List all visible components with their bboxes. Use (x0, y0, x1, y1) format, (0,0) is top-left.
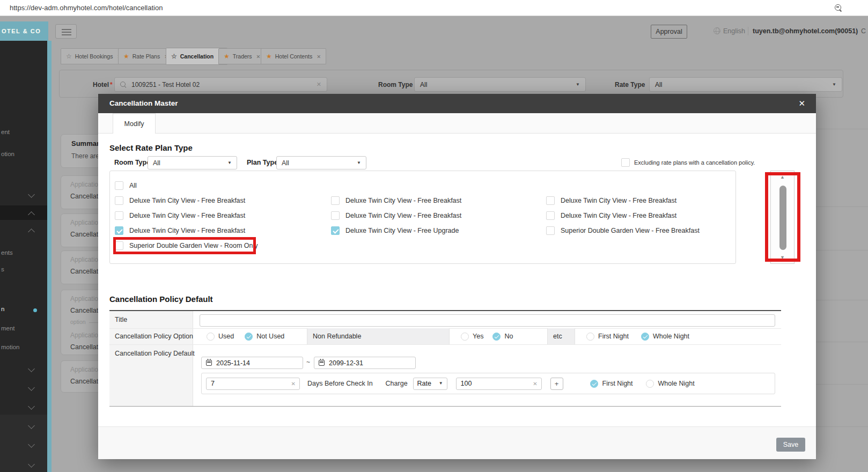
save-button[interactable]: Save (776, 438, 805, 452)
chevron-down-icon: ▼ (357, 161, 361, 165)
rate-plan-row[interactable]: Superior Double Garden View - Free Break… (546, 223, 700, 238)
card-edge (816, 426, 868, 427)
rate-plan-row[interactable]: All (115, 178, 258, 193)
sidebar-item[interactable]: motion (1, 344, 20, 350)
tab-hotel-bookings[interactable]: ☆ Hotel Bookings ✕ (61, 48, 127, 64)
chevron-down-icon[interactable] (28, 191, 35, 198)
charge-value-input[interactable]: 100 ✕ (456, 378, 542, 390)
sidebar-item[interactable]: otion (1, 151, 14, 157)
tab-hotel-contents[interactable]: ★ Hotel Contents ✕ (261, 48, 326, 64)
rate-plan-row[interactable]: Deluxe Twin City View - Free Breakfast (331, 193, 461, 208)
date-from-input[interactable]: 2025-11-14 (201, 357, 303, 369)
radio-first-night[interactable] (586, 333, 594, 341)
rate-plan-row[interactable]: Deluxe Twin City View - Free Breakfast (546, 208, 700, 223)
tab-label: Cancellation (180, 53, 214, 60)
add-rule-button[interactable]: + (550, 378, 563, 390)
checkbox[interactable] (115, 181, 123, 190)
brand-logo[interactable]: OTEL & CO (0, 21, 48, 41)
modal-plan-type-select[interactable]: All ▼ (276, 156, 366, 169)
checkbox[interactable] (546, 226, 555, 235)
card-title: Application (70, 256, 102, 263)
first-night-label: First Night (602, 380, 633, 387)
checkbox[interactable] (546, 211, 555, 220)
checkbox[interactable] (331, 196, 340, 205)
modal-title: Cancellation Master (109, 99, 178, 107)
calendar-icon (206, 360, 212, 366)
checkbox[interactable] (331, 211, 340, 220)
rate-plan-row[interactable]: Deluxe Twin City View - Free Upgrade (331, 223, 461, 238)
radio-used[interactable] (207, 333, 215, 341)
selected-value: Rate (417, 380, 431, 387)
address-bar[interactable]: https://dev-adm.ohmyhotel.com/hotel/canc… (0, 0, 868, 16)
tab-modify[interactable]: Modify (113, 113, 156, 134)
user-account[interactable]: tuyen.tb@ohmyhotel.com(90051) (753, 27, 858, 35)
close-icon[interactable]: ✕ (317, 54, 321, 60)
star-filled-icon[interactable]: ★ (123, 53, 129, 60)
sidebar-item[interactable]: ents (1, 249, 13, 256)
card-title: Application (70, 219, 102, 226)
radio-first-night-checked[interactable] (590, 380, 598, 388)
radio-yes[interactable] (461, 333, 469, 341)
star-outline-icon[interactable]: ☆ (66, 53, 72, 60)
date-separator: ~ (306, 358, 310, 366)
rate-type-select[interactable]: All ▼ (649, 77, 842, 92)
sidebar-item-active[interactable]: n (1, 306, 4, 312)
charge-type-select[interactable]: Rate ▼ (413, 378, 447, 390)
radio-no-checked[interactable] (492, 333, 501, 341)
radio-not-used-checked[interactable] (245, 333, 253, 341)
approval-button[interactable]: Approval (651, 25, 687, 39)
not-used-label: Not Used (256, 333, 284, 340)
days-input[interactable]: 7 ✕ (206, 378, 300, 390)
chevron-down-icon: ▼ (439, 381, 443, 386)
checkbox[interactable] (115, 211, 123, 220)
rate-plan-label: Deluxe Twin City View - Free Breakfast (129, 212, 245, 219)
required-mark: * (110, 81, 113, 88)
room-type-select[interactable]: All ▼ (414, 77, 586, 92)
chevron-down-icon[interactable] (28, 365, 35, 372)
star-filled-icon[interactable]: ★ (266, 53, 272, 60)
excluding-checkbox[interactable] (621, 158, 630, 167)
rate-plan-row[interactable]: Deluxe Twin City View - Free Breakfast (115, 193, 258, 208)
title-input[interactable] (200, 314, 775, 327)
card-edge (816, 129, 868, 129)
clear-icon[interactable]: ✕ (317, 81, 321, 88)
card-edge (816, 250, 868, 250)
rate-plan-label: Deluxe Twin City View - Free Upgrade (345, 227, 459, 234)
close-icon[interactable]: ✕ (256, 54, 261, 60)
clear-icon[interactable]: ✕ (533, 381, 537, 387)
language-selector[interactable]: English (723, 27, 745, 35)
menu-toggle-button[interactable] (55, 24, 77, 39)
chevron-down-icon[interactable] (28, 384, 35, 391)
sidebar-item[interactable]: ent (1, 129, 10, 135)
app-screen: https://dev-adm.ohmyhotel.com/hotel/canc… (0, 0, 868, 472)
rate-plan-row[interactable]: Deluxe Twin City View - Free Breakfast (546, 193, 700, 208)
modal-room-type-select[interactable]: All ▼ (148, 156, 237, 169)
tab-traders[interactable]: ★ Traders ✕ (218, 48, 266, 64)
radio-whole-night-checked[interactable] (641, 333, 649, 341)
checkbox[interactable] (546, 196, 555, 205)
radio-whole-night[interactable] (646, 380, 654, 388)
close-icon[interactable]: ✕ (798, 99, 805, 108)
chevron-up-icon[interactable] (28, 228, 35, 235)
clear-icon[interactable]: ✕ (291, 381, 296, 387)
rate-plan-row[interactable]: Deluxe Twin City View - Free Breakfast (115, 223, 258, 238)
zoom-out-icon[interactable] (835, 4, 842, 12)
sidebar-item[interactable]: s (1, 266, 4, 272)
rate-plan-row[interactable]: Deluxe Twin City View - Free Breakfast (331, 208, 461, 223)
no-label: No (504, 333, 513, 340)
modal-room-type-label: Room Type (114, 159, 150, 166)
summary-title: Summar (71, 139, 99, 148)
star-outline-icon[interactable]: ☆ (171, 53, 177, 60)
room-type-label: Room Type (378, 81, 413, 88)
yes-label: Yes (473, 333, 483, 340)
chevron-down-icon[interactable] (28, 403, 35, 410)
hotel-search-input[interactable]: 1009251 - Test Hotel 02 ✕ (114, 77, 327, 92)
first-night-label: First Night (598, 333, 629, 340)
checkbox[interactable] (115, 196, 123, 205)
date-to-input[interactable]: 2099-12-31 (314, 357, 416, 369)
sidebar-item[interactable]: ment (1, 325, 15, 331)
rate-plan-row[interactable]: Deluxe Twin City View - Free Breakfast (115, 208, 258, 223)
star-filled-icon[interactable]: ★ (224, 53, 230, 60)
checkbox-checked[interactable] (331, 226, 340, 235)
checkbox-checked[interactable] (115, 226, 123, 235)
